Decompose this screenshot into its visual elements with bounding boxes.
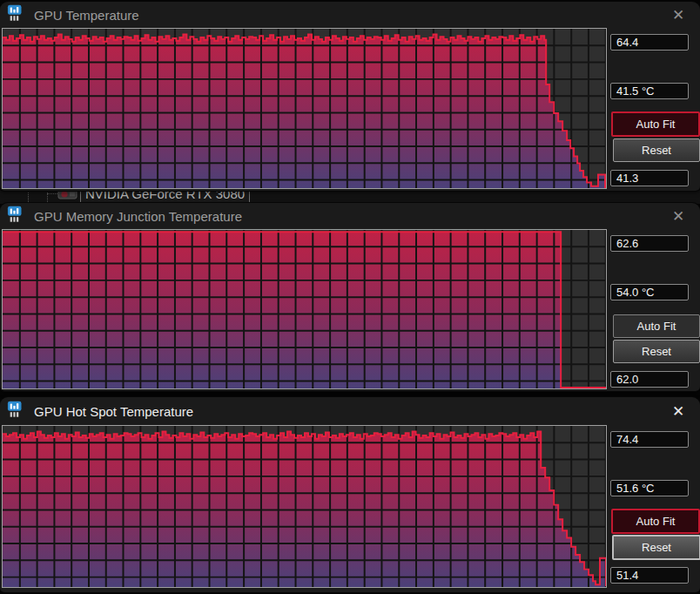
reset-button[interactable]: Reset bbox=[613, 138, 700, 162]
close-icon[interactable]: ✕ bbox=[663, 6, 693, 24]
window-title: GPU Hot Spot Temperature bbox=[34, 404, 193, 419]
window-gpu-hot-spot-temperature: GPU Hot Spot Temperature ✕ 74.4 51.6 °C … bbox=[0, 397, 700, 592]
window-gpu-memory-junction-temperature: GPU Memory Junction Temperature ✕ 62.6 5… bbox=[0, 203, 700, 391]
reset-button[interactable]: Reset bbox=[613, 340, 700, 363]
temperature-graph[interactable] bbox=[2, 229, 607, 389]
scale-max-value[interactable]: 74.4 bbox=[610, 431, 689, 448]
scale-min-value[interactable]: 41.3 bbox=[610, 170, 689, 186]
tree-guide-line bbox=[47, 193, 57, 194]
scale-min-value[interactable]: 62.0 bbox=[610, 371, 689, 388]
close-icon[interactable]: ✕ bbox=[663, 402, 693, 421]
current-value[interactable]: 41.5 °C bbox=[610, 83, 689, 99]
scale-max-value[interactable]: 62.6 bbox=[610, 235, 689, 252]
current-value[interactable]: 51.6 °C bbox=[610, 480, 689, 496]
auto-fit-button[interactable]: Auto Fit bbox=[613, 314, 700, 338]
window-title: GPU Temperature bbox=[34, 8, 139, 23]
scale-max-value[interactable]: 64.4 bbox=[610, 34, 689, 51]
graph-icon bbox=[7, 205, 26, 227]
auto-fit-button[interactable]: Auto Fit bbox=[611, 111, 700, 137]
close-icon[interactable]: ✕ bbox=[663, 207, 693, 226]
auto-fit-button[interactable]: Auto Fit bbox=[611, 509, 700, 534]
window-titlebar[interactable]: GPU Memory Junction Temperature ✕ bbox=[0, 203, 700, 229]
graph-icon bbox=[7, 3, 26, 26]
temperature-graph[interactable] bbox=[2, 28, 607, 189]
window-titlebar[interactable]: GPU Temperature ✕ bbox=[0, 2, 700, 28]
current-value[interactable]: 54.0 °C bbox=[610, 284, 689, 300]
window-title: GPU Memory Junction Temperature bbox=[34, 209, 242, 224]
scale-min-value[interactable]: 51.4 bbox=[610, 567, 689, 584]
window-titlebar[interactable]: GPU Hot Spot Temperature ✕ bbox=[0, 397, 700, 425]
graph-icon bbox=[7, 400, 26, 422]
window-gpu-temperature: GPU Temperature ✕ 64.4 41.5 °C Auto Fit … bbox=[0, 2, 700, 191]
desktop: NVIDIA GeForce RTX 3080 GPU Temperature … bbox=[0, 0, 700, 594]
reset-button[interactable]: Reset bbox=[612, 535, 700, 560]
temperature-graph[interactable] bbox=[2, 425, 607, 588]
